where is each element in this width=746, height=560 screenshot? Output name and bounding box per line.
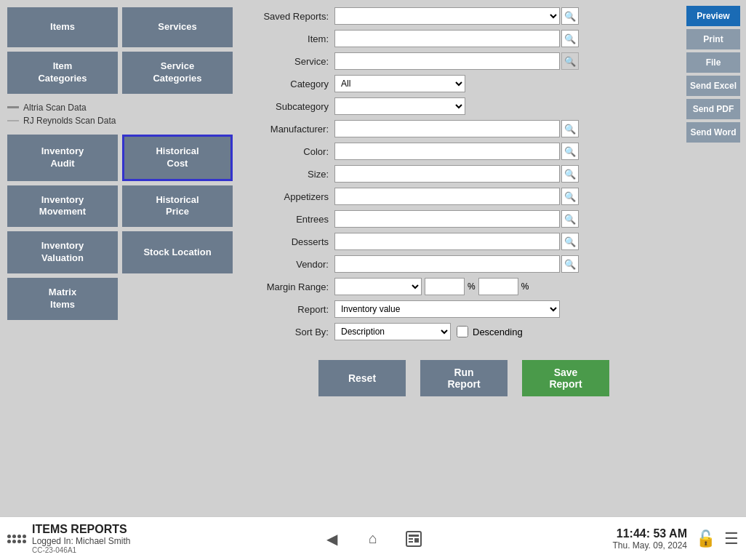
descending-checkbox[interactable] (457, 326, 468, 337)
send-excel-button[interactable]: Send Excel (686, 76, 740, 96)
saved-reports-search-btn[interactable]: 🔍 (561, 7, 579, 25)
sidebar-btn-services[interactable]: Services (122, 7, 233, 47)
item-label: Item: (254, 33, 334, 44)
margin-range-select[interactable] (334, 278, 422, 295)
vendor-label: Vendor: (254, 259, 334, 270)
item-search-btn[interactable]: 🔍 (561, 30, 579, 47)
date-text: Thu. May. 09, 2024 (612, 540, 687, 551)
margin-pct2-input[interactable] (478, 278, 518, 295)
report-label: Report: (254, 304, 334, 315)
save-report-button[interactable]: SaveReport (522, 360, 609, 396)
sidebar-btn-historical-cost[interactable]: HistoricalCost (122, 135, 233, 181)
pct2-label: % (521, 281, 529, 292)
status-logged-in: Logged In: Michael Smith (32, 536, 130, 546)
sidebar: Items Services ItemCategories ServiceCat… (0, 0, 240, 516)
scan-icon-thin (7, 120, 19, 121)
category-label: Category (254, 79, 334, 89)
sidebar-btn-matrix-items[interactable]: MatrixItems (7, 278, 118, 320)
lock-icon[interactable]: 🔓 (696, 529, 715, 548)
appetizers-input[interactable] (334, 188, 560, 205)
margin-range-controls: % % (334, 278, 529, 295)
saved-reports-select[interactable] (334, 7, 560, 25)
category-row: Category All (254, 75, 673, 92)
size-label: Size: (254, 169, 334, 180)
right-panel: Saved Reports: 🔍 Item: 🔍 Service: 🔍 Cate… (240, 0, 746, 516)
appetizers-search-btn[interactable]: 🔍 (561, 188, 579, 205)
subcategory-select[interactable] (334, 97, 465, 115)
status-right: 11:44: 53 AM Thu. May. 09, 2024 🔓 ☰ (495, 527, 739, 551)
action-panel: Preview Print File Send Excel Send PDF S… (681, 0, 746, 516)
scan-item-rj: RJ Reynolds Scan Data (7, 116, 233, 126)
desserts-row: Desserts 🔍 (254, 233, 673, 250)
menu-icon[interactable]: ☰ (724, 529, 739, 548)
register-icon (404, 529, 424, 549)
scan-label-altria: Altria Scan Data (23, 103, 87, 113)
appetizers-label: Appetizers (254, 191, 334, 202)
back-button[interactable]: ◀ (319, 526, 345, 552)
entrees-search-btn[interactable]: 🔍 (561, 210, 579, 228)
status-left: ITEMS REPORTS Logged In: Michael Smith C… (7, 523, 251, 554)
scan-item-altria: Altria Scan Data (7, 103, 233, 113)
item-row: Item: 🔍 (254, 30, 673, 47)
send-pdf-button[interactable]: Send PDF (686, 99, 740, 119)
sidebar-btn-inventory-valuation[interactable]: InventoryValuation (7, 231, 118, 273)
size-row: Size: 🔍 (254, 165, 673, 183)
service-search-btn[interactable]: 🔍 (561, 52, 579, 70)
margin-pct1-input[interactable] (425, 278, 465, 295)
svg-rect-4 (414, 538, 419, 543)
register-button[interactable] (401, 526, 427, 552)
reset-button[interactable]: Reset (318, 360, 406, 396)
service-label: Service: (254, 56, 334, 67)
top-nav-grid: Items Services ItemCategories ServiceCat… (7, 7, 233, 94)
scan-icon-thick (7, 106, 19, 108)
home-button[interactable]: ⌂ (360, 526, 386, 552)
desserts-input[interactable] (334, 233, 560, 250)
sidebar-btn-inventory-movement[interactable]: InventoryMovement (7, 185, 118, 228)
size-search-btn[interactable]: 🔍 (561, 165, 579, 183)
margin-range-label: Margin Range: (254, 281, 334, 292)
svg-rect-2 (409, 538, 413, 540)
color-input[interactable] (334, 143, 560, 160)
preview-button[interactable]: Preview (686, 6, 740, 26)
status-center-nav: ◀ ⌂ (251, 526, 494, 552)
size-input[interactable] (334, 165, 560, 183)
grid-dots-icon[interactable] (7, 535, 26, 543)
bottom-buttons-area: Reset RunReport SaveReport (254, 345, 673, 411)
sidebar-btn-item-categories[interactable]: ItemCategories (7, 52, 118, 94)
manufacturer-input[interactable] (334, 120, 560, 137)
sidebar-btn-inventory-audit[interactable]: InventoryAudit (7, 135, 118, 181)
margin-range-row: Margin Range: % % (254, 278, 673, 295)
status-bar: ITEMS REPORTS Logged In: Michael Smith C… (0, 516, 746, 560)
item-input[interactable] (334, 30, 560, 47)
run-report-button[interactable]: RunReport (420, 360, 508, 396)
desserts-search-btn[interactable]: 🔍 (561, 233, 579, 250)
color-label: Color: (254, 146, 334, 157)
status-id: CC-23-046A1 (32, 546, 130, 554)
sidebar-btn-service-categories[interactable]: ServiceCategories (122, 52, 233, 94)
entrees-input[interactable] (334, 210, 560, 228)
vendor-input[interactable] (334, 255, 560, 273)
time-display: 11:44: 53 AM Thu. May. 09, 2024 (612, 527, 687, 551)
print-button[interactable]: Print (686, 29, 740, 49)
manufacturer-search-btn[interactable]: 🔍 (561, 120, 579, 137)
file-button[interactable]: File (686, 52, 740, 73)
pct1-label: % (468, 281, 476, 292)
time-text: 11:44: 53 AM (612, 527, 687, 540)
send-word-button[interactable]: Send Word (686, 122, 740, 143)
status-text-block: ITEMS REPORTS Logged In: Michael Smith C… (32, 523, 130, 554)
sidebar-btn-items[interactable]: Items (7, 7, 118, 47)
report-select[interactable]: Inventory value (334, 300, 560, 318)
category-select[interactable]: All (334, 75, 465, 92)
sort-by-select[interactable]: Description (334, 323, 451, 340)
report-row: Report: Inventory value (254, 300, 673, 318)
vendor-search-btn[interactable]: 🔍 (561, 255, 579, 273)
sidebar-btn-historical-price[interactable]: HistoricalPrice (122, 185, 233, 228)
reports-nav-grid: InventoryAudit HistoricalCost InventoryM… (7, 135, 233, 320)
descending-area: Descending (457, 326, 523, 337)
color-search-btn[interactable]: 🔍 (561, 143, 579, 160)
form-and-actions: Saved Reports: 🔍 Item: 🔍 Service: 🔍 Cate… (240, 0, 746, 516)
subcategory-label: Subcategory (254, 101, 334, 112)
service-input[interactable] (334, 52, 560, 70)
desserts-label: Desserts (254, 236, 334, 247)
sidebar-btn-stock-location[interactable]: Stock Location (122, 231, 233, 273)
